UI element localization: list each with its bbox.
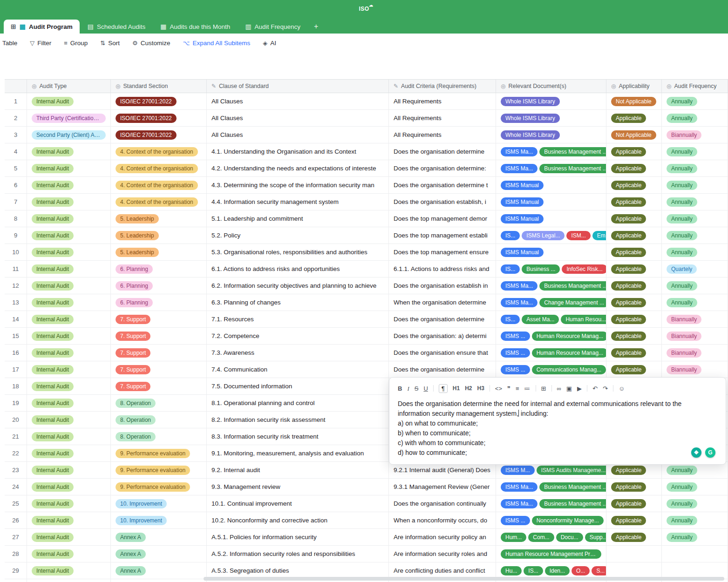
standard-section-cell[interactable]: 4. Context of the organisation bbox=[111, 143, 207, 160]
expand-all-subitems-tool[interactable]: ⌥Expand All Subitems bbox=[183, 40, 250, 47]
insert-table-icon[interactable]: ⊞ bbox=[541, 386, 546, 392]
documents-cell[interactable]: Hum...Com...Docu...Supp... bbox=[496, 529, 606, 545]
tag-pill[interactable]: Internal Audit bbox=[32, 549, 74, 559]
standard-section-cell[interactable]: 7. Support bbox=[111, 378, 207, 394]
applicability-cell[interactable]: Applicable bbox=[606, 143, 662, 160]
applicability-cell[interactable]: Applicable bbox=[606, 261, 662, 277]
tag-pill[interactable]: Applicable bbox=[611, 231, 646, 240]
tag-pill[interactable]: Not Applicable bbox=[611, 130, 656, 140]
tag-pill[interactable]: Applicable bbox=[611, 516, 646, 525]
tag-pill[interactable]: Annually bbox=[667, 466, 697, 475]
tag-pill[interactable]: Internal Audit bbox=[32, 332, 74, 341]
tag-pill[interactable]: Annually bbox=[667, 298, 697, 307]
tag-pill[interactable]: Annually bbox=[667, 97, 697, 106]
tag-pill[interactable]: Business Management ... bbox=[539, 147, 606, 156]
frequency-cell[interactable]: Annually bbox=[662, 529, 728, 545]
tag-pill[interactable]: S... bbox=[592, 566, 606, 575]
criteria-cell[interactable]: Does the organisation determine: bbox=[389, 160, 496, 176]
tag-pill[interactable]: Internal Audit bbox=[32, 248, 74, 257]
tag-pill[interactable]: Business Management ... bbox=[539, 499, 606, 508]
tag-pill[interactable]: Applicable bbox=[611, 214, 646, 223]
frequency-cell[interactable]: Annually bbox=[662, 227, 728, 244]
tag-pill[interactable]: Nonconformity Manage... bbox=[532, 516, 604, 525]
audit-type-cell[interactable]: Internal Audit bbox=[27, 277, 111, 294]
clause-cell[interactable]: 5.3. Organisational roles, responsibilit… bbox=[207, 244, 389, 260]
tag-pill[interactable]: Internal Audit bbox=[32, 399, 74, 408]
tag-pill[interactable]: Applicable bbox=[611, 264, 646, 274]
tag-pill[interactable]: Annually bbox=[667, 248, 697, 257]
clause-cell[interactable]: 6.2. Information security objectives and… bbox=[207, 277, 389, 294]
tag-pill[interactable]: ISMS Ma... bbox=[501, 281, 537, 291]
frequency-cell[interactable]: Annually bbox=[662, 244, 728, 260]
tag-pill[interactable]: Internal Audit bbox=[32, 499, 74, 508]
standard-section-cell[interactable]: 4. Context of the organisation bbox=[111, 177, 207, 193]
criteria-cell[interactable]: Are information security policy an bbox=[389, 529, 496, 545]
tag-pill[interactable]: Applicable bbox=[611, 348, 646, 358]
clause-cell[interactable]: 4.1. Understanding the Organisation and … bbox=[207, 143, 389, 160]
audit-type-cell[interactable]: Internal Audit bbox=[27, 328, 111, 344]
add-view-button[interactable]: + bbox=[308, 20, 324, 34]
frequency-cell[interactable]: Annually bbox=[662, 512, 728, 528]
tag-pill[interactable]: Internal Audit bbox=[32, 264, 74, 274]
tag-pill[interactable]: Applicable bbox=[611, 181, 646, 190]
criteria-cell[interactable]: Does the organisation establish in bbox=[389, 277, 496, 294]
tag-pill[interactable]: 6. Planning bbox=[116, 281, 153, 291]
tag-pill[interactable]: 7. Support bbox=[116, 348, 150, 358]
documents-cell[interactable]: Whole ISMS Library bbox=[496, 127, 606, 143]
tag-pill[interactable]: Internal Audit bbox=[32, 214, 74, 223]
documents-cell[interactable]: IS...Business ...InfoSec Risk... bbox=[496, 261, 606, 277]
documents-cell[interactable]: ISMS Ma...Business Management ... bbox=[496, 495, 606, 512]
audit-type-cell[interactable]: Internal Audit bbox=[27, 361, 111, 378]
tag-pill[interactable]: Internal Audit bbox=[32, 147, 74, 156]
customize-tool[interactable]: ⚙Customize bbox=[132, 40, 170, 47]
clause-cell[interactable]: 10.1. Continual improvement bbox=[207, 495, 389, 512]
tag-pill[interactable]: ISMS Ma... bbox=[501, 499, 537, 508]
applicability-cell[interactable]: Applicable bbox=[606, 110, 662, 126]
audit-type-cell[interactable]: Third Party (Certification) A... bbox=[27, 110, 111, 126]
tag-pill[interactable]: Internal Audit bbox=[32, 533, 74, 542]
tag-pill[interactable]: ISMS Legal... bbox=[522, 231, 565, 240]
clause-cell[interactable]: 4.3. Determining the scope of the inform… bbox=[207, 177, 389, 193]
tag-pill[interactable]: Whole ISMS Library bbox=[501, 97, 560, 106]
audit-criteria-header[interactable]: ✎Audit Criteria (Requirements) bbox=[389, 80, 496, 93]
tag-pill[interactable]: IS... bbox=[501, 315, 520, 324]
frequency-cell[interactable]: Annually bbox=[662, 194, 728, 210]
tag-pill[interactable]: Internal Audit bbox=[32, 466, 74, 475]
frequency-cell[interactable]: Quartely bbox=[662, 261, 728, 277]
tag-pill[interactable]: ISMS ... bbox=[501, 516, 530, 525]
tag-pill[interactable]: ISMS Ma... bbox=[501, 298, 537, 307]
tag-pill[interactable]: 4. Context of the organisation bbox=[116, 147, 198, 156]
audit-type-cell[interactable]: Internal Audit bbox=[27, 345, 111, 361]
tag-pill[interactable]: Whole ISMS Library bbox=[501, 114, 560, 123]
criteria-cell[interactable]: Does the top management demor bbox=[389, 210, 496, 227]
clause-cell[interactable]: 8.2. Information security risk assessmen… bbox=[207, 412, 389, 428]
tag-pill[interactable]: Applicable bbox=[611, 499, 646, 508]
documents-cell[interactable]: ISMS ...Nonconformity Manage... bbox=[496, 512, 606, 528]
tag-pill[interactable]: ISMS Manual bbox=[501, 248, 544, 257]
horizontal-scrollbar[interactable] bbox=[204, 577, 724, 581]
relevant-documents-header[interactable]: ◎Relevant Document(s) bbox=[496, 80, 606, 93]
tag-pill[interactable]: Asset Ma... bbox=[522, 315, 559, 324]
audit-type-cell[interactable]: Internal Audit bbox=[27, 261, 111, 277]
undo-icon[interactable]: ↶ bbox=[592, 386, 598, 392]
criteria-cell[interactable]: All Requirements bbox=[389, 93, 496, 109]
audit-type-cell[interactable]: Internal Audit bbox=[27, 412, 111, 428]
frequency-cell[interactable]: Annually bbox=[662, 160, 728, 176]
standard-section-cell[interactable]: 9. Performance evaluation bbox=[111, 445, 207, 461]
tag-pill[interactable]: Biannually bbox=[667, 332, 701, 341]
standard-section-cell[interactable] bbox=[111, 579, 207, 582]
audit-type-cell[interactable]: Internal Audit bbox=[27, 579, 111, 582]
criteria-cell[interactable]: Does the organisation determine t bbox=[389, 177, 496, 193]
clause-cell[interactable]: 7.4. Communication bbox=[207, 361, 389, 378]
bullet-list-icon[interactable]: ≡ bbox=[516, 386, 519, 392]
documents-cell[interactable]: ISMS Ma...Business Management ... bbox=[496, 277, 606, 294]
documents-cell[interactable]: Whole ISMS Library bbox=[496, 110, 606, 126]
tag-pill[interactable]: Whole ISMS Library bbox=[501, 130, 560, 140]
ai-tool[interactable]: ◈AI bbox=[263, 40, 276, 47]
tag-pill[interactable]: Internal Audit bbox=[32, 298, 74, 307]
image-icon[interactable]: ▣ bbox=[566, 386, 572, 392]
row-number-header[interactable] bbox=[5, 80, 27, 93]
tag-pill[interactable]: 7. Support bbox=[116, 315, 150, 324]
applicability-cell[interactable]: Applicable bbox=[606, 177, 662, 193]
frequency-cell[interactable] bbox=[662, 562, 728, 579]
